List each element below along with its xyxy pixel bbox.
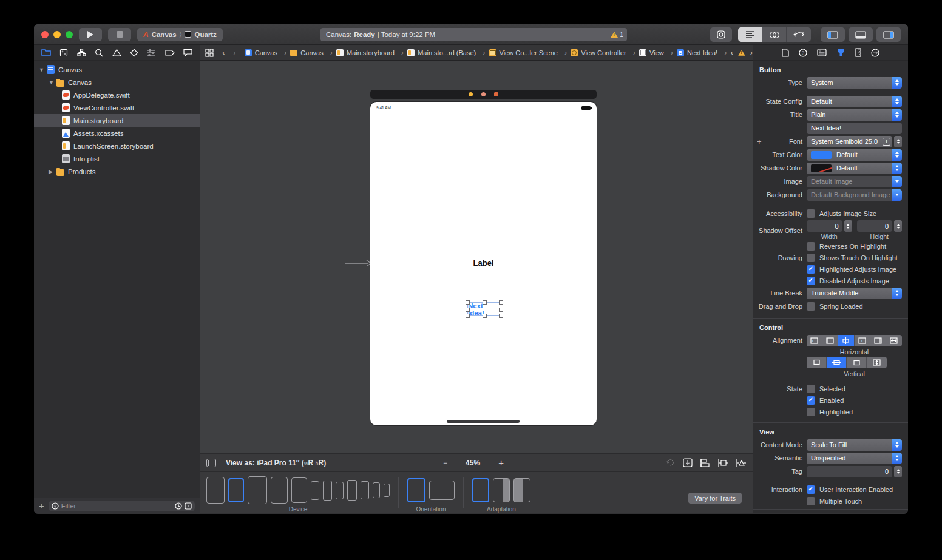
run-button[interactable] <box>79 28 102 41</box>
align-right-button[interactable] <box>870 335 886 346</box>
text-color-swatch[interactable] <box>811 151 832 159</box>
font-picker-icon[interactable]: T <box>883 138 890 146</box>
scheme-selector[interactable]: A Canvas 〉 Quartz <box>137 28 223 41</box>
align-left-button[interactable] <box>822 335 838 346</box>
storyboard-canvas[interactable]: 9:41 AM Label Next Idea! <box>200 61 753 453</box>
resize-handle[interactable] <box>483 300 487 305</box>
connections-inspector-icon[interactable] <box>871 49 879 57</box>
disclosure-triangle[interactable] <box>49 169 56 175</box>
breadcrumb-view-controller[interactable]: View Controller <box>571 48 639 57</box>
resize-handle[interactable] <box>499 314 503 318</box>
valign-fill-button[interactable] <box>867 357 887 368</box>
back-button[interactable]: ‹ <box>222 48 225 57</box>
selected-ui-button[interactable]: Next Idea! <box>467 302 501 316</box>
quick-help-inspector-icon[interactable]: ? <box>799 49 807 57</box>
breadcrumb-project[interactable]: Canvas <box>245 48 291 57</box>
breadcrumb-group[interactable]: Canvas <box>290 48 336 57</box>
alpha-stepper[interactable] <box>894 513 902 514</box>
zoom-out-button[interactable]: − <box>443 459 447 467</box>
zoom-level[interactable]: 45% <box>466 459 480 467</box>
image-combo[interactable]: Default Image <box>807 176 902 187</box>
user-interaction-enabled-checkbox[interactable] <box>807 485 815 494</box>
semantic-popup[interactable]: Unspecified <box>807 453 902 464</box>
update-frames-icon[interactable] <box>666 458 675 467</box>
enabled-checkbox[interactable] <box>807 396 815 405</box>
tree-item-appdelegate[interactable]: AppDelegate.swift <box>34 89 200 101</box>
scene-list-toggle-icon[interactable] <box>206 459 216 467</box>
resolve-autolayout-icon[interactable] <box>736 459 747 467</box>
device-iphone-4s[interactable] <box>384 484 390 497</box>
resize-handle[interactable] <box>466 300 470 305</box>
device-iphone-xs[interactable] <box>336 482 344 499</box>
minimize-window-button[interactable] <box>53 31 61 38</box>
test-navigator-icon[interactable] <box>130 49 138 57</box>
shadow-offset-width-field[interactable]: 0 <box>807 220 842 232</box>
highlighted-checkbox[interactable] <box>807 408 815 416</box>
tree-item-project-canvas[interactable]: Canvas <box>34 63 200 76</box>
version-editor-button[interactable] <box>787 27 811 42</box>
toggle-debug-area-button[interactable] <box>849 27 873 42</box>
tag-field[interactable]: 0 <box>807 466 892 477</box>
orientation-landscape[interactable] <box>429 481 455 500</box>
breadcrumb-storyboard[interactable]: Main.storyboard <box>336 48 407 57</box>
adaptation-two-thirds[interactable] <box>493 478 510 502</box>
adjusts-image-size-checkbox[interactable] <box>807 209 815 218</box>
breadcrumb-scene[interactable]: View Co...ler Scene <box>489 48 571 57</box>
breadcrumb-button[interactable]: BNext Idea! <box>677 48 730 57</box>
assistant-editor-button[interactable] <box>762 27 787 42</box>
align-left-edge-button[interactable]: L <box>807 335 822 346</box>
resize-handle[interactable] <box>483 314 487 318</box>
shadow-offset-height-field[interactable]: 0 <box>857 220 893 232</box>
stop-button[interactable] <box>108 28 131 41</box>
selected-checkbox[interactable] <box>807 385 815 393</box>
shadow-color-swatch[interactable] <box>811 164 832 172</box>
zoom-window-button[interactable] <box>66 31 73 38</box>
view-controller-dock-icon[interactable] <box>469 92 473 96</box>
toggle-navigator-button[interactable] <box>821 27 845 42</box>
standard-editor-button[interactable] <box>738 27 762 42</box>
ui-label[interactable]: Label <box>370 258 597 268</box>
embed-in-icon[interactable] <box>683 458 693 467</box>
reverses-on-highlight-checkbox[interactable] <box>807 242 815 251</box>
adaptation-one-third[interactable] <box>513 478 530 502</box>
tree-item-launchscreen[interactable]: LaunchScreen.storyboard <box>34 140 200 152</box>
font-field[interactable]: System Semibold 25.0T <box>807 136 892 147</box>
text-color-popup[interactable]: Default <box>807 149 902 161</box>
add-file-button[interactable]: + <box>39 501 44 511</box>
breadcrumb-view[interactable]: View <box>639 48 677 57</box>
library-button[interactable] <box>710 27 732 42</box>
align-icon[interactable] <box>700 459 710 467</box>
vary-for-traits-button[interactable]: Vary for Traits <box>688 493 742 504</box>
adaptation-full[interactable] <box>472 478 489 502</box>
resize-handle[interactable] <box>466 308 470 312</box>
device-iphone-xs-max[interactable] <box>311 481 319 500</box>
orientation-portrait[interactable] <box>407 478 425 502</box>
alpha-field[interactable]: 1 <box>807 513 892 514</box>
device-iphone-8[interactable] <box>361 481 369 499</box>
view-as-label[interactable]: View as: iPad Pro 11″ (wR hR) <box>226 459 326 467</box>
tree-item-viewcontroller[interactable]: ViewController.swift <box>34 101 200 114</box>
type-popup[interactable]: System <box>807 77 902 89</box>
title-popup[interactable]: Plain <box>807 109 902 121</box>
exit-dock-icon[interactable] <box>494 92 498 96</box>
forward-button[interactable]: › <box>233 48 235 57</box>
source-control-icon[interactable] <box>59 49 68 57</box>
device-ipad-pro-129[interactable] <box>248 476 267 504</box>
device-iphone-xr[interactable] <box>323 481 332 501</box>
add-constraints-icon[interactable] <box>718 459 728 467</box>
resize-handle[interactable] <box>499 308 503 312</box>
disclosure-triangle[interactable] <box>39 67 47 73</box>
tree-item-assets[interactable]: Assets.xcassets <box>34 127 200 140</box>
device-ipad-129[interactable] <box>206 477 225 504</box>
highlighted-adjusts-image-checkbox[interactable] <box>807 265 815 274</box>
related-items-icon[interactable] <box>205 49 214 57</box>
device-ipad-pro-11[interactable] <box>228 478 244 502</box>
align-text-button[interactable]: T <box>855 335 870 346</box>
resize-handle[interactable] <box>466 314 470 318</box>
device-iphone-se[interactable] <box>373 482 380 498</box>
state-config-popup[interactable]: Default <box>807 96 902 107</box>
shows-touch-on-highlight-checkbox[interactable] <box>807 254 815 262</box>
issue-navigator-icon[interactable] <box>112 49 121 56</box>
filter-input[interactable] <box>61 502 172 510</box>
report-navigator-icon[interactable] <box>183 49 192 56</box>
